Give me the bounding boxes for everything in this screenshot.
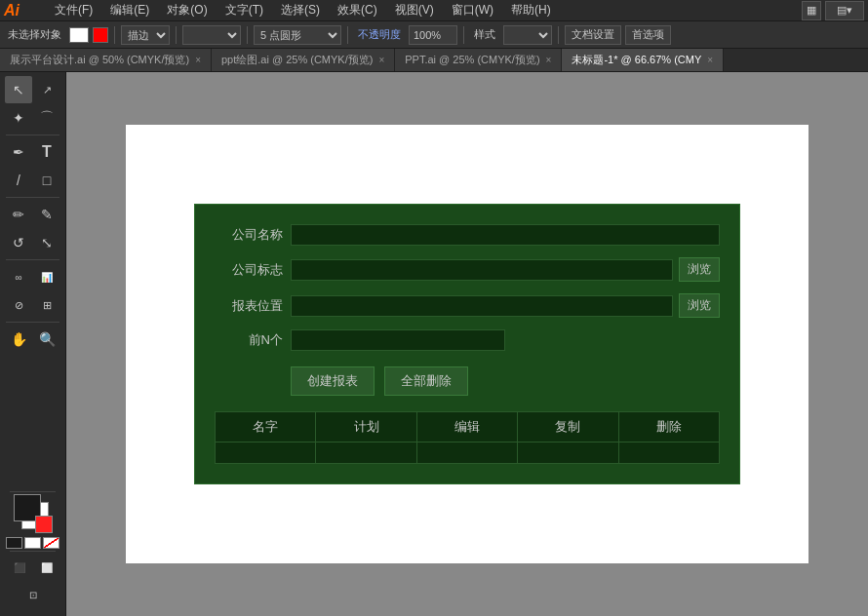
company-name-input[interactable] — [291, 224, 720, 246]
line-tool[interactable]: / — [5, 167, 32, 194]
tool-row-8: ⊘ ⊞ — [2, 291, 63, 319]
table-cell — [518, 443, 618, 464]
menu-text[interactable]: 文字(T) — [217, 0, 271, 20]
color-small-row — [6, 537, 59, 549]
opacity-input[interactable] — [409, 25, 457, 45]
direct-select-tool[interactable]: ↗ — [33, 76, 60, 103]
company-logo-label: 公司标志 — [215, 261, 283, 279]
magic-wand-tool[interactable]: ✦ — [5, 104, 32, 132]
top-n-input[interactable] — [291, 329, 505, 351]
top-n-label: 前N个 — [215, 331, 283, 349]
col-copy: 复制 — [518, 412, 618, 443]
main-area: ↖ ↗ ✦ ⌒ ✒ T / □ ✏ ✎ ↺ ⤡ ∞ 📊 ⊘ — [0, 72, 868, 616]
select-tool[interactable]: ↖ — [5, 76, 32, 103]
zoom-tool[interactable]: 🔍 — [33, 326, 60, 353]
report-location-row: 报表位置 浏览 — [215, 293, 720, 318]
form-panel: 公司名称 公司标志 浏览 报表位置 浏览 前N个 — [194, 204, 740, 484]
menu-object[interactable]: 对象(O) — [159, 0, 215, 20]
color-squares — [14, 494, 53, 533]
delete-all-btn[interactable]: 全部删除 — [384, 366, 468, 396]
browse-report-btn[interactable]: 浏览 — [679, 293, 720, 318]
stroke-swatch[interactable] — [93, 27, 108, 43]
divider6 — [558, 26, 559, 44]
fill-swatch[interactable] — [69, 27, 89, 43]
arrange-btn[interactable]: ▦ — [802, 1, 821, 20]
white-swatch[interactable] — [24, 537, 41, 549]
tab-2[interactable]: PPT.ai @ 25% (CMYK/预览) × — [395, 49, 562, 71]
brush-tool[interactable]: ✏ — [5, 201, 32, 228]
tab-1[interactable]: ppt绘图.ai @ 25% (CMYK/预览) × — [212, 49, 395, 71]
tool-sep-2 — [6, 197, 59, 198]
tab-0-close[interactable]: × — [195, 55, 201, 65]
scale-tool[interactable]: ⤡ — [33, 229, 60, 256]
table-cell — [316, 443, 416, 464]
rect-tool[interactable]: □ — [33, 167, 60, 194]
rotate-tool[interactable]: ↺ — [5, 229, 32, 256]
type-tool[interactable]: T — [33, 138, 60, 166]
menu-window[interactable]: 窗口(W) — [444, 0, 501, 20]
measure-tool[interactable]: ⊞ — [33, 291, 60, 319]
pen-tool[interactable]: ✒ — [5, 138, 32, 166]
left-toolbar: ↖ ↗ ✦ ⌒ ✒ T / □ ✏ ✎ ↺ ⤡ ∞ 📊 ⊘ — [0, 72, 66, 616]
color-sep — [10, 491, 56, 492]
tab-3-close[interactable]: × — [707, 55, 713, 65]
table-cell — [216, 443, 316, 464]
table-cell — [416, 443, 517, 464]
tab-1-label: ppt绘图.ai @ 25% (CMYK/预览) — [221, 53, 373, 67]
report-location-input[interactable] — [291, 295, 673, 317]
menu-select[interactable]: 选择(S) — [273, 0, 328, 20]
tool-row-6: ↺ ⤡ — [2, 229, 63, 256]
tool-row-5: ✏ ✎ — [2, 201, 63, 228]
tab-3[interactable]: 未标题-1* @ 66.67% (CMY × — [562, 49, 724, 71]
company-logo-input[interactable] — [291, 259, 673, 281]
report-location-label: 报表位置 — [215, 297, 283, 315]
doc-settings-btn[interactable]: 文档设置 — [565, 25, 621, 45]
divider4 — [347, 26, 348, 44]
screen-view-btn[interactable]: ⬜ — [33, 554, 59, 581]
normal-view-btn[interactable]: ⬛ — [6, 554, 32, 581]
company-logo-row: 公司标志 浏览 — [215, 257, 720, 282]
menu-edit[interactable]: 编辑(E) — [102, 0, 157, 20]
tab-2-close[interactable]: × — [546, 55, 552, 65]
black-swatch[interactable] — [6, 537, 22, 549]
color-area: ⬛ ⬜ ⊡ — [2, 485, 63, 612]
menu-view[interactable]: 视图(V) — [387, 0, 442, 20]
table-row — [216, 443, 720, 464]
chart-tool[interactable]: 📊 — [33, 263, 60, 290]
view-row: ⬛ ⬜ — [6, 554, 59, 581]
none-swatch[interactable] — [43, 537, 59, 549]
create-report-btn[interactable]: 创建报表 — [291, 366, 375, 396]
tool-row-9: ✋ 🔍 — [2, 326, 63, 353]
workspace-btn[interactable]: ▤▾ — [825, 1, 864, 20]
full-screen-btn[interactable]: ⊡ — [20, 581, 47, 608]
tab-1-close[interactable]: × — [378, 55, 384, 65]
top-n-row: 前N个 — [215, 329, 720, 351]
tool-row-7: ∞ 📊 — [2, 263, 63, 290]
divider5 — [463, 26, 464, 44]
btn-row: 创建报表 全部删除 — [291, 366, 720, 396]
tool-sep-4 — [6, 322, 59, 323]
lasso-tool[interactable]: ⌒ — [33, 104, 60, 132]
col-plan: 计划 — [316, 412, 416, 443]
menu-file[interactable]: 文件(F) — [47, 0, 100, 20]
menu-effect[interactable]: 效果(C) — [330, 0, 385, 20]
tool-row-4: / □ — [2, 167, 63, 194]
col-edit: 编辑 — [416, 412, 517, 443]
pencil-tool[interactable]: ✎ — [33, 201, 60, 228]
first-view-btn[interactable]: 首选项 — [625, 25, 671, 45]
style-select[interactable] — [182, 25, 241, 45]
tab-0-label: 展示平台设计.ai @ 50% (CMYK/预览) — [10, 53, 189, 67]
tab-0[interactable]: 展示平台设计.ai @ 50% (CMYK/预览) × — [0, 49, 212, 71]
swap-colors-icon[interactable] — [35, 516, 53, 533]
menu-help[interactable]: 帮助(H) — [503, 0, 559, 20]
no-selection-label: 未选择对象 — [4, 27, 65, 42]
browse-logo-btn[interactable]: 浏览 — [679, 257, 720, 282]
stroke-select[interactable]: 描边 — [121, 25, 170, 45]
size-select[interactable]: 5 点圆形 — [254, 25, 341, 45]
style-dropdown[interactable] — [503, 25, 552, 45]
hand-tool[interactable]: ✋ — [5, 326, 32, 353]
eyedropper-tool[interactable]: ⊘ — [5, 291, 32, 319]
blend-tool[interactable]: ∞ — [5, 263, 32, 290]
tool-row-1: ↖ ↗ — [2, 76, 63, 103]
tab-bar: 展示平台设计.ai @ 50% (CMYK/预览) × ppt绘图.ai @ 2… — [0, 49, 868, 72]
